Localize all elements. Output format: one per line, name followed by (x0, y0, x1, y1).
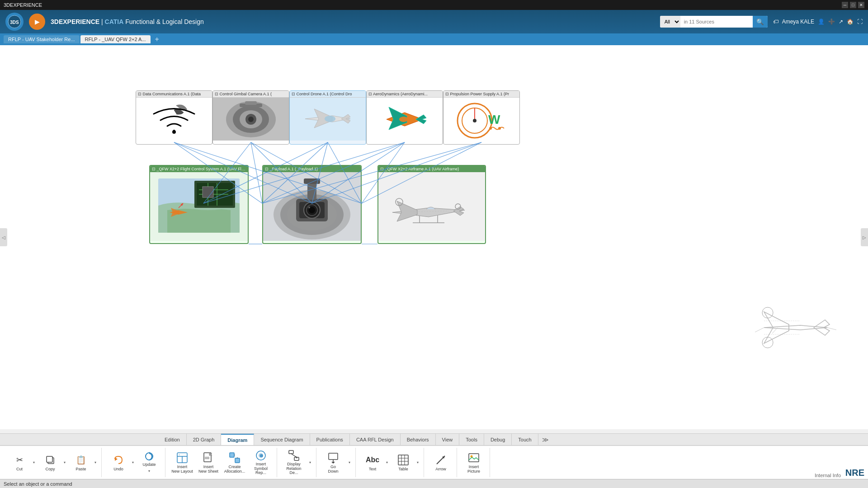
svg-rect-73 (47, 456, 52, 462)
node-flight[interactable]: ⊡ _QFW X2+2 Flight Control System A.1 (U… (149, 165, 249, 244)
toolbar-tabs: Edition 2D Graph Diagram Sequence Diagra… (0, 434, 868, 446)
header-right: 🏷 Ameya KALE 👤 ➕ ↗ 🏠 ⛶ (773, 19, 863, 25)
paste-button[interactable]: 📋 Paste (69, 449, 93, 476)
expand-icon[interactable]: ⛶ (857, 19, 863, 25)
node-data-comm-label: ⊡ Data Communications A.1 (Data (138, 92, 201, 96)
update-icon (143, 451, 156, 462)
toolbar-tab-debug[interactable]: Debug (484, 434, 512, 445)
toolbar-tab-more[interactable]: ≫ (538, 434, 552, 445)
cut-dropdown[interactable]: ▾ (32, 449, 36, 476)
user-avatar-icon[interactable]: 👤 (818, 19, 825, 25)
toolbar-tab-tools[interactable]: Tools (459, 434, 484, 445)
go-down-dropdown[interactable]: ▾ (347, 449, 352, 476)
node-gimbal-body (213, 98, 289, 141)
relation-svg (288, 450, 300, 461)
add-icon[interactable]: ➕ (828, 19, 835, 25)
toolbar-tab-view[interactable]: View (436, 434, 460, 445)
node-gimbal[interactable]: ⊡ Control Gimbal Camera A.1 ( (212, 90, 289, 145)
tab-rflp-stakeholder[interactable]: RFLP - UAV Stakeholder Re... (4, 35, 80, 43)
copy-button[interactable]: Copy (38, 449, 62, 476)
share-icon[interactable]: ↗ (839, 19, 843, 25)
flight-icon (154, 174, 244, 239)
separator: | (101, 18, 105, 25)
symbol-label: InsertSymbol Rep... (250, 462, 272, 476)
create-allocation-button[interactable]: CreateAllocation... (222, 449, 247, 476)
display-relation-label: DisplayRelation De... (283, 462, 305, 476)
node-drone[interactable]: ⊡ Control Drone A.1 (Control Dro (289, 90, 366, 145)
aero-icon (373, 99, 436, 140)
update-dropdown[interactable]: ▾ (147, 468, 151, 474)
search-filter-select[interactable]: All (660, 16, 680, 28)
toolbar-tab-diagram[interactable]: Diagram (221, 434, 254, 445)
svg-rect-84 (230, 453, 234, 457)
node-aero[interactable]: ⊡ AeroDynamics (AeroDynami... (366, 90, 443, 145)
insert-picture-label: InsertPicture (467, 465, 480, 474)
search-bar[interactable]: All 🔍 (660, 16, 768, 28)
uav-wireframe-svg (719, 294, 845, 361)
table-dropdown[interactable]: ▾ (415, 449, 420, 476)
node-propulsion[interactable]: ⊡ Propulsion Power Supply A.1 (Pr W (443, 90, 520, 145)
home-icon[interactable]: 🏠 (847, 19, 854, 25)
undo-button[interactable]: Undo (106, 449, 131, 476)
svg-rect-57 (304, 178, 320, 184)
drone-icon (296, 100, 359, 138)
svg-rect-46 (203, 187, 213, 197)
toolbar-tab-edition[interactable]: Edition (158, 434, 187, 445)
go-down-button[interactable]: GoDown (321, 449, 345, 476)
sidebar-toggle[interactable]: ◁ (0, 228, 7, 246)
propulsion-icon: W (450, 99, 513, 140)
allocation-label: CreateAllocation... (224, 465, 245, 474)
table-svg (397, 454, 409, 466)
status-message: Select an object or a command (4, 481, 72, 487)
tab-add-button[interactable]: + (151, 34, 163, 44)
play-button[interactable]: ▶ (29, 14, 45, 30)
nre-badge: NRE (845, 468, 864, 478)
edit-group: ✂ Cut ▾ Copy ▾ (4, 448, 102, 477)
layout-svg: + (176, 452, 188, 464)
node-payload[interactable]: ⊡ _Payload A.1 (_Payload.1) (262, 165, 362, 244)
svg-text:3DS: 3DS (10, 20, 19, 25)
text-dropdown[interactable]: ▾ (385, 449, 389, 476)
insert-picture-button[interactable]: InsertPicture (462, 449, 486, 476)
search-button[interactable]: 🔍 (753, 16, 768, 28)
cut-btn-group: ✂ Cut ▾ (7, 449, 36, 476)
arrow-button[interactable]: Arrow (429, 449, 453, 476)
close-btn[interactable]: ✕ (858, 2, 864, 8)
paste-dropdown[interactable]: ▾ (93, 449, 98, 476)
right-panel-toggle[interactable]: ▷ (861, 228, 868, 246)
window-controls[interactable]: ─ □ ✕ (842, 2, 864, 8)
minimize-btn[interactable]: ─ (842, 2, 848, 8)
node-data-comm[interactable]: ⊡ Data Communications A.1 (Data (136, 90, 212, 145)
insert-sheet-icon (202, 451, 215, 464)
toolbar-tab-caa[interactable]: CAA RFL Design (350, 434, 401, 445)
node-propulsion-header: ⊡ Propulsion Power Supply A.1 (Pr (443, 91, 519, 98)
text-btn-group: Abc Text ▾ (360, 449, 389, 476)
text-button[interactable]: Abc Text (360, 449, 385, 476)
uav-wireframe-decoration (719, 294, 845, 361)
search-input[interactable] (680, 16, 753, 28)
cut-label: Cut (16, 467, 23, 472)
tag-icon[interactable]: 🏷 (773, 19, 778, 25)
tab-rflp-qfw[interactable]: RFLP - _UAV QFW 2+2 A... (80, 35, 151, 43)
display-relation-button[interactable]: DisplayRelation De... (282, 449, 306, 476)
svg-point-37 (489, 127, 492, 130)
node-aero-body (367, 98, 443, 141)
maximize-btn[interactable]: □ (850, 2, 856, 8)
cut-button[interactable]: ✂ Cut (7, 449, 32, 476)
copy-dropdown[interactable]: ▾ (62, 449, 67, 476)
toolbar-tab-publications[interactable]: Publications (310, 434, 350, 445)
update-button[interactable]: Update ▾ (137, 449, 161, 476)
arrow-icon (434, 454, 447, 466)
table-button[interactable]: Table (391, 449, 415, 476)
toolbar-tab-sequence[interactable]: Sequence Diagram (254, 434, 310, 445)
insert-new-layout-button[interactable]: + InsertNew Layout (170, 449, 194, 476)
insert-symbol-button[interactable]: ⊗ InsertSymbol Rep... (249, 449, 273, 476)
display-relation-dropdown[interactable]: ▾ (308, 449, 312, 476)
toolbar-buttons: ✂ Cut ▾ Copy ▾ (0, 446, 868, 479)
toolbar-tab-touch[interactable]: Touch (512, 434, 538, 445)
undo-dropdown[interactable]: ▾ (131, 449, 135, 476)
toolbar-tab-2dgraph[interactable]: 2D Graph (187, 434, 222, 445)
insert-new-sheet-button[interactable]: InsertNew Sheet (196, 449, 221, 476)
node-airframe[interactable]: ⊡ _QFW X2+2 Airframe A.1 (UAV Airframe) (377, 165, 486, 244)
toolbar-tab-behaviors[interactable]: Behaviors (401, 434, 436, 445)
